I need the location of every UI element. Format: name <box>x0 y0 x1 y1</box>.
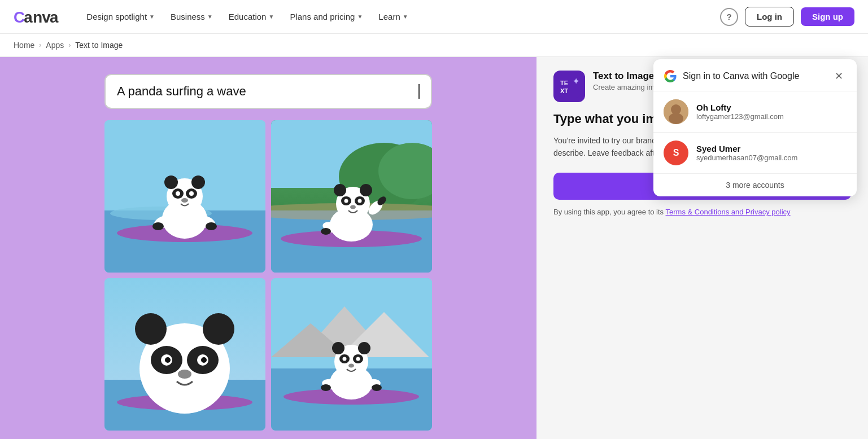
logo[interactable]: C a n v a <box>14 8 62 26</box>
svg-point-68 <box>348 364 354 368</box>
svg-point-45 <box>135 313 167 345</box>
svg-point-31 <box>360 184 372 196</box>
popup-header: Sign in to Canva with Google ✕ <box>653 59 857 91</box>
breadcrumb-home[interactable]: Home <box>14 41 34 50</box>
svg-text:TE: TE <box>560 80 568 86</box>
account-name-1: Oh Lofty <box>696 103 847 112</box>
nav-education[interactable]: Education ▼ <box>222 7 281 26</box>
svg-point-17 <box>181 198 188 203</box>
account-info-2: Syed Umer syedumerhasan07@gmail.com <box>696 144 847 162</box>
svg-text:C: C <box>14 8 25 25</box>
svg-point-72 <box>372 384 382 391</box>
text-cursor <box>418 84 420 99</box>
terms-link[interactable]: Terms & Conditions and Privacy policy <box>666 208 791 216</box>
chevron-down-icon: ▼ <box>207 14 213 20</box>
navbar: C a n v a Design spotlight ▼ Business ▼ … <box>0 0 868 34</box>
svg-point-34 <box>344 199 348 203</box>
more-accounts-link[interactable]: 3 more accounts <box>653 174 857 196</box>
svg-point-12 <box>191 175 205 189</box>
account-name-2: Syed Umer <box>696 144 847 153</box>
prompt-text: A panda surfing a wave <box>117 84 417 99</box>
account-item-1[interactable]: Oh Lofty loftygamer123@gmail.com <box>653 91 857 133</box>
generated-image-1[interactable] <box>104 120 265 273</box>
breadcrumb-separator-1: › <box>39 41 41 49</box>
svg-point-52 <box>201 357 207 363</box>
svg-point-51 <box>165 357 171 363</box>
svg-point-11 <box>164 175 178 189</box>
generated-image-3[interactable] <box>104 278 265 431</box>
popup-title: Sign in to Canva with Google <box>664 69 799 83</box>
images-grid <box>104 120 432 431</box>
terms-text: By using this app, you agree to its Term… <box>553 207 851 218</box>
account-item-2[interactable]: S Syed Umer syedumerhasan07@gmail.com <box>653 133 857 174</box>
chevron-down-icon: ▼ <box>357 14 363 20</box>
svg-text:a: a <box>24 8 33 25</box>
svg-text:XT: XT <box>560 87 568 94</box>
breadcrumb-apps[interactable]: Apps <box>46 41 64 50</box>
svg-point-53 <box>178 370 191 379</box>
account-avatar-1 <box>664 99 688 124</box>
generated-image-2[interactable] <box>271 120 432 273</box>
svg-text:✦: ✦ <box>573 77 579 86</box>
svg-point-36 <box>350 205 356 209</box>
svg-point-62 <box>332 342 344 354</box>
svg-point-66 <box>343 357 347 361</box>
svg-text:n: n <box>33 8 42 25</box>
app-icon-inner: TE XT ✦ <box>553 71 585 102</box>
nav-learn[interactable]: Learn ▼ <box>372 7 415 26</box>
chevron-down-icon: ▼ <box>403 14 408 20</box>
svg-text:a: a <box>50 8 59 25</box>
help-button[interactable]: ? <box>720 8 738 26</box>
svg-point-20 <box>152 222 164 230</box>
account-email-1: loftygamer123@gmail.com <box>696 112 847 121</box>
svg-point-15 <box>176 191 180 196</box>
google-signin-popup: Sign in to Canva with Google ✕ Oh Lofty … <box>653 59 857 196</box>
google-icon <box>664 69 677 83</box>
account-info-1: Oh Lofty loftygamer123@gmail.com <box>696 103 847 121</box>
canvas-panel: A panda surfing a wave <box>0 57 536 439</box>
login-button[interactable]: Log in <box>745 7 794 27</box>
breadcrumb: Home › Apps › Text to Image <box>0 34 868 57</box>
generated-image-4[interactable] <box>271 278 432 431</box>
svg-point-67 <box>356 357 360 361</box>
main-content: A panda surfing a wave <box>0 57 868 439</box>
breadcrumb-current: Text to Image <box>75 41 123 50</box>
svg-point-79 <box>669 113 683 124</box>
popup-close-button[interactable]: ✕ <box>831 68 847 84</box>
svg-point-35 <box>358 199 362 203</box>
svg-point-16 <box>189 191 194 196</box>
account-email-2: syedumerhasan07@gmail.com <box>696 153 847 162</box>
account-avatar-2: S <box>664 141 688 165</box>
breadcrumb-separator-2: › <box>68 41 71 49</box>
nav-business[interactable]: Business ▼ <box>164 7 220 26</box>
nav-design-spotlight[interactable]: Design spotlight ▼ <box>80 7 162 26</box>
svg-point-30 <box>334 184 346 196</box>
svg-point-71 <box>321 384 331 391</box>
app-icon: TE XT ✦ <box>553 71 585 102</box>
prompt-input-container[interactable]: A panda surfing a wave <box>104 74 432 109</box>
svg-point-40 <box>321 228 331 235</box>
svg-point-21 <box>206 222 217 230</box>
nav-plans-pricing[interactable]: Plans and pricing ▼ <box>283 7 369 26</box>
chevron-down-icon: ▼ <box>149 14 155 20</box>
svg-point-46 <box>203 313 234 345</box>
signup-button[interactable]: Sign up <box>801 7 854 26</box>
svg-point-63 <box>358 342 370 354</box>
nav-menu: Design spotlight ▼ Business ▼ Education … <box>80 7 720 26</box>
navbar-actions: ? Log in Sign up <box>720 7 854 27</box>
chevron-down-icon: ▼ <box>268 14 274 20</box>
